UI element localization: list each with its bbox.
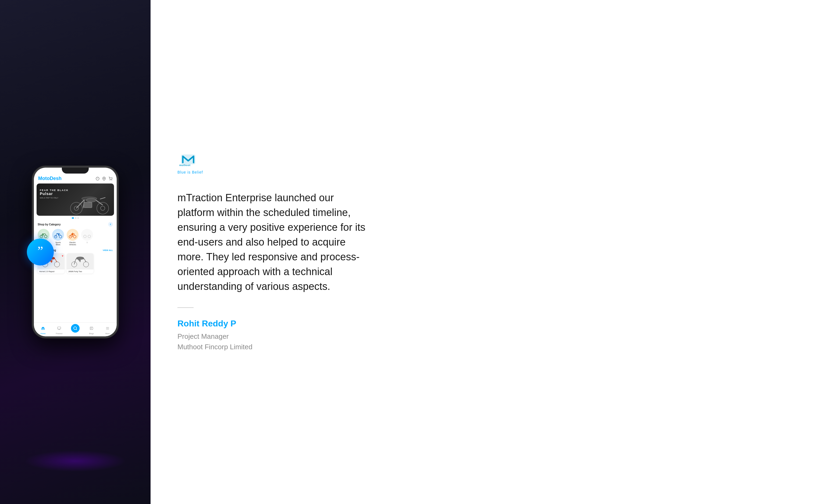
- svg-point-22: [69, 235, 72, 238]
- nav-label-more: More: [105, 332, 110, 335]
- dot-3: [77, 217, 79, 219]
- nav-item-search[interactable]: [67, 326, 83, 333]
- trending-img-jawa: [67, 253, 93, 269]
- svg-point-3: [104, 178, 105, 179]
- trending-name-hornet: Hornet 2.0 Repsol: [38, 269, 65, 273]
- nav-item-blogs[interactable]: Blogs: [83, 325, 100, 335]
- banner-subtitle-text: WIN A TRIP TO ITALY: [40, 197, 69, 199]
- svg-point-21: [59, 235, 62, 238]
- category-image-sports: [52, 229, 64, 241]
- nav-item-home[interactable]: Home: [35, 325, 51, 335]
- location-icon[interactable]: [102, 177, 106, 181]
- left-panel: ” MotoDesh: [0, 0, 151, 504]
- svg-point-25: [84, 235, 86, 238]
- app-banner: FEAR THE BLACK Pulsar WIN A TRIP TO ITAL…: [37, 183, 114, 216]
- dot-1: [72, 217, 74, 219]
- svg-point-9: [101, 206, 105, 210]
- svg-point-32: [76, 257, 84, 259]
- category-section-header: Shop by Category: [34, 220, 117, 228]
- category-nav-back[interactable]: [108, 222, 113, 227]
- quote-bubble: ”: [27, 238, 54, 266]
- cart-icon[interactable]: [109, 177, 112, 181]
- app-logo: MotoDesh: [38, 176, 62, 181]
- svg-point-31: [83, 262, 89, 267]
- category-item-electric[interactable]: ElectricVehicles: [67, 229, 78, 246]
- svg-rect-14: [84, 202, 92, 208]
- svg-marker-24: [72, 233, 73, 237]
- svg-line-16: [100, 197, 105, 199]
- trending-name-jawa: JAWA Forty Two: [67, 269, 93, 273]
- category-label-electric: ElectricVehicles: [69, 241, 76, 246]
- right-panel: muthoot Blue is Belief mTraction Enterpr…: [151, 0, 838, 504]
- svg-point-26: [88, 235, 91, 238]
- svg-point-17: [86, 198, 96, 202]
- svg-point-8: [97, 202, 109, 214]
- testimonial-divider: [177, 307, 194, 308]
- muthoot-logo-svg: muthoot: [177, 152, 199, 168]
- finance-nav-icon-wrap: [55, 325, 63, 332]
- category-section-title: Shop by Category: [38, 223, 61, 226]
- muthoot-logo: muthoot Blue is Belief: [177, 152, 371, 174]
- author-role: Project Manager Muthoot Fincorp Limited: [177, 331, 371, 352]
- category-label-sports: SportsBikes: [55, 241, 61, 246]
- svg-point-5: [111, 180, 112, 180]
- author-role-text: Project Manager: [177, 332, 229, 340]
- category-item-more[interactable]: S: [81, 229, 93, 246]
- banner-pulsar-text: Pulsar: [40, 192, 69, 196]
- heart-icon-hornet[interactable]: ♥: [62, 254, 64, 257]
- category-label-s: S: [87, 241, 88, 244]
- nav-label-home: Home: [40, 332, 46, 335]
- testimonial-text: mTraction Enterprise launched our platfo…: [177, 191, 371, 294]
- nav-item-more[interactable]: More: [100, 325, 116, 335]
- nav-label-finance: Finance: [56, 332, 63, 335]
- logo-moto: Moto: [38, 176, 50, 181]
- phone-container: ” MotoDesh: [32, 166, 118, 338]
- blogs-nav-icon-wrap: [88, 325, 95, 332]
- category-item-sports[interactable]: SportsBikes: [52, 229, 64, 246]
- nav-item-finance[interactable]: Finance: [51, 325, 67, 335]
- more-nav-icon-wrap: [104, 325, 111, 332]
- author-name: Rohit Reddy P: [177, 319, 371, 328]
- search-fab[interactable]: [71, 324, 80, 332]
- home-nav-icon-wrap: [39, 325, 47, 332]
- category-image-electric: [67, 229, 78, 241]
- author-company-text: Muthoot Fincorp Limited: [177, 343, 252, 351]
- svg-point-23: [73, 235, 76, 238]
- phone-notch: [62, 168, 89, 174]
- logo-desh: Desh: [50, 176, 62, 181]
- svg-text:muthoot: muthoot: [179, 164, 191, 166]
- svg-line-37: [76, 329, 77, 330]
- muthoot-tagline: Blue is Belief: [177, 170, 371, 174]
- svg-point-19: [45, 235, 47, 238]
- banner-text: FEAR THE BLACK Pulsar WIN A TRIP TO ITAL…: [40, 189, 69, 199]
- header-icons: [96, 177, 112, 181]
- banner-bike-image: [66, 189, 114, 216]
- trending-card-jawa[interactable]: JAWA Forty Two: [67, 253, 93, 273]
- dot-2: [75, 217, 76, 219]
- category-image-more: [81, 229, 93, 241]
- banner-dots: [34, 217, 117, 219]
- svg-point-28: [54, 262, 60, 267]
- bottom-nav: Home Finance: [34, 322, 117, 336]
- info-icon[interactable]: [96, 177, 100, 181]
- banner-fear-text: FEAR THE BLACK: [40, 189, 69, 192]
- nav-label-blogs: Blogs: [89, 332, 94, 335]
- testimonial-content: muthoot Blue is Belief mTraction Enterpr…: [177, 152, 371, 353]
- quote-mark-icon: ”: [37, 245, 43, 257]
- svg-point-36: [74, 327, 76, 330]
- view-all-button[interactable]: VIEW ALL: [103, 249, 113, 251]
- svg-rect-33: [57, 327, 61, 329]
